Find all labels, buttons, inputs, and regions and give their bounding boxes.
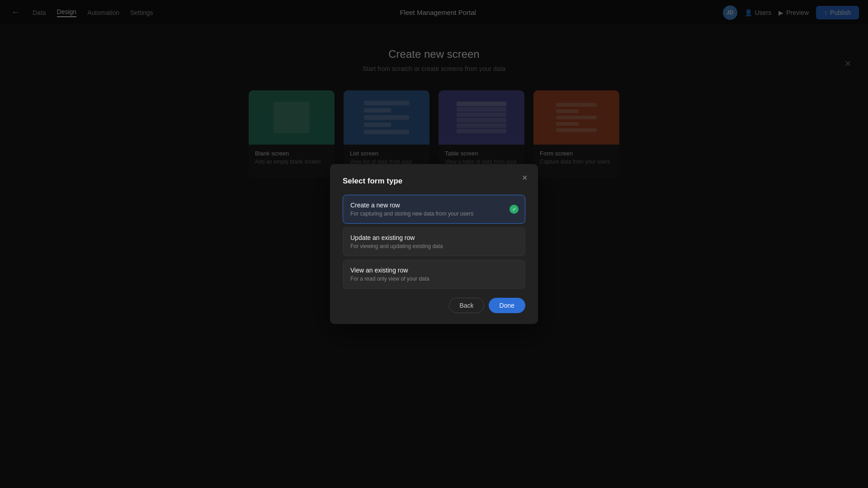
option-create-desc: For capturing and storing new data from … bbox=[350, 211, 518, 217]
option-update-name: Update an existing row bbox=[350, 234, 518, 241]
dialog-title: Select form type bbox=[343, 177, 525, 186]
option-update[interactable]: Update an existing row For viewing and u… bbox=[343, 227, 525, 256]
option-create-check: ✓ bbox=[509, 205, 519, 214]
option-view-name: View an existing row bbox=[350, 267, 518, 274]
back-button[interactable]: Back bbox=[449, 298, 484, 313]
modal-overlay: ✕ Select form type Create a new row For … bbox=[0, 0, 868, 488]
select-form-dialog: ✕ Select form type Create a new row For … bbox=[330, 164, 538, 324]
dialog-close-button[interactable]: ✕ bbox=[518, 171, 531, 184]
option-view[interactable]: View an existing row For a read only vie… bbox=[343, 260, 525, 289]
done-button[interactable]: Done bbox=[489, 298, 525, 313]
option-update-desc: For viewing and updating existing data bbox=[350, 243, 518, 249]
option-view-desc: For a read only view of your data bbox=[350, 276, 518, 282]
option-create-name: Create a new row bbox=[350, 202, 518, 209]
option-create[interactable]: Create a new row For capturing and stori… bbox=[343, 195, 525, 224]
dialog-footer: Back Done bbox=[343, 298, 525, 313]
